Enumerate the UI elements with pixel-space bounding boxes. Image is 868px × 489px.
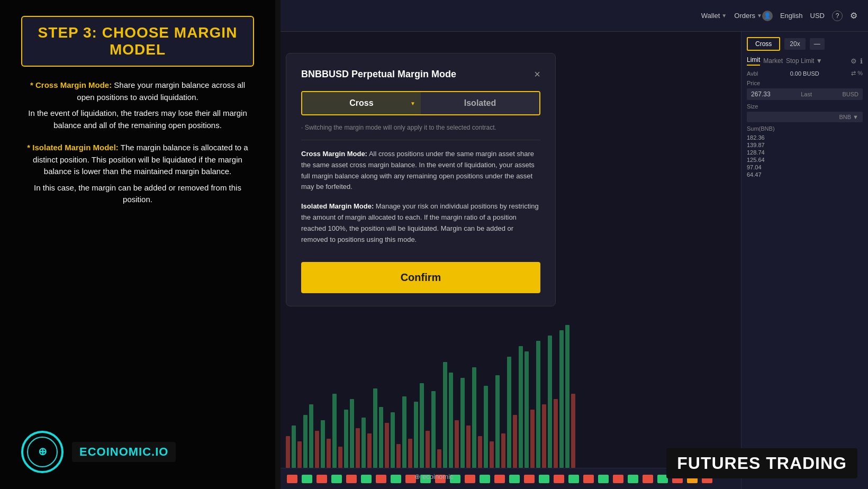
language-selector[interactable]: English: [780, 12, 803, 20]
price-last-label: Last: [801, 91, 812, 97]
candle: [530, 410, 535, 468]
settings-button[interactable]: ⚙: [850, 11, 857, 21]
candle: [536, 341, 540, 468]
candle: [466, 425, 471, 468]
candle: [484, 386, 488, 468]
bar-item-green-3: [361, 475, 372, 483]
bar-item-green-4: [391, 475, 401, 483]
price-unit: BUSD: [842, 91, 858, 97]
cross-margin-title: * Cross Margin Mode:: [30, 80, 112, 89]
header-bar: Wallet ▼ Orders ▼ 👤 English USD ? ⚙: [281, 0, 868, 32]
price-level-5: 97.04: [747, 164, 863, 171]
candle: [559, 330, 564, 468]
candle: [309, 404, 313, 468]
bar-item-red-3: [346, 475, 357, 483]
chart-candles: [281, 309, 741, 468]
candle: [396, 444, 401, 468]
candle: [455, 420, 459, 468]
wallet-chevron-icon: ▼: [721, 13, 727, 19]
confirm-button[interactable]: Confirm: [301, 262, 540, 293]
leverage-button[interactable]: 20x: [784, 38, 805, 50]
modal-header: BNBBUSD Perpetual Margin Mode ×: [301, 68, 540, 80]
candle: [402, 396, 406, 468]
orders-menu[interactable]: Orders ▼: [734, 12, 762, 20]
candle: [437, 449, 441, 468]
candle: [449, 373, 453, 468]
candle: [292, 425, 296, 468]
order-settings-icon[interactable]: ⚙: [851, 57, 857, 65]
currency-selector[interactable]: USD: [810, 12, 825, 20]
candle: [513, 415, 517, 468]
price-value: 267.33: [751, 90, 771, 98]
bar-item-green-12: [628, 475, 638, 483]
user-avatar[interactable]: 👤: [762, 11, 773, 21]
isolated-margin-modal-desc: Isolated Margin Mode: Manage your risk o…: [301, 201, 540, 245]
modal-close-button[interactable]: ×: [534, 68, 540, 80]
svg-text:⊕: ⊕: [38, 446, 47, 457]
candle: [542, 404, 546, 468]
modal-note: · Switching the margin mode will only ap…: [301, 124, 540, 140]
candle: [472, 367, 476, 468]
avbl-label: Avbl: [747, 70, 758, 77]
transfer-icon[interactable]: ⇄ %: [851, 70, 863, 77]
isolated-desc-title: Isolated Margin Mode:: [301, 202, 374, 210]
bar-item-red-10: [554, 475, 564, 483]
candle: [332, 394, 337, 468]
price-levels-list: 182.36 139.87 128.74 125.64 97.04 64.47: [747, 134, 863, 178]
candle: [571, 394, 575, 468]
bar-item-red-1: [287, 475, 297, 483]
orders-label: Orders: [734, 12, 755, 20]
bar-item-green-7: [480, 475, 490, 483]
dash-button[interactable]: —: [810, 38, 825, 50]
bar-item-green-11: [598, 475, 609, 483]
candle: [356, 428, 360, 468]
candle: [379, 407, 383, 468]
candle: [548, 336, 552, 468]
bar-item-red-11: [583, 475, 594, 483]
order-types-row: Limit Market Stop Limit ▼ ⚙ ℹ: [747, 56, 863, 66]
market-order-tab[interactable]: Market: [763, 57, 783, 65]
candle: [420, 383, 424, 468]
ecoinomic-watermark: ⊕ ecoinomic: [414, 473, 453, 481]
bar-item-red-7: [465, 475, 475, 483]
brand-name: ECOINOMIC.IO: [72, 442, 176, 462]
candle: [361, 418, 366, 468]
candle: [431, 391, 436, 468]
help-button[interactable]: ?: [832, 11, 843, 21]
bar-item-green-8: [509, 475, 520, 483]
price-level-4: 125.64: [747, 156, 863, 164]
bar-item-green-10: [568, 475, 579, 483]
size-chevron-icon: ▼: [853, 114, 858, 120]
candle: [414, 402, 418, 468]
price-input-row: 267.33 Last BUSD: [747, 88, 863, 100]
candle: [373, 388, 377, 468]
candle: [495, 375, 500, 468]
candle: [286, 436, 290, 468]
cross-button[interactable]: Cross: [747, 37, 780, 51]
cross-margin-section: * Cross Margin Mode: Share your margin b…: [21, 79, 254, 131]
isolated-mode-button[interactable]: Isolated: [421, 92, 539, 114]
candle: [344, 410, 348, 468]
gear-icon: ⚙: [850, 11, 857, 20]
bar-item-red-12: [613, 475, 623, 483]
question-icon: ?: [836, 12, 839, 20]
candle: [554, 399, 558, 468]
price-level-1: 182.36: [747, 134, 863, 141]
isolated-margin-section: * Isolated Margin Model: The margin bala…: [21, 142, 254, 206]
logo-area: ⊕ ECOINOMIC.IO: [21, 431, 254, 473]
english-label: English: [780, 12, 803, 20]
candle: [297, 441, 302, 468]
ecoinomic-bottom-text: ⊕ ecoinomic: [414, 473, 453, 481]
isolated-margin-title: * Isolated Margin Model:: [27, 143, 119, 152]
limit-order-tab[interactable]: Limit: [747, 56, 760, 66]
candle: [367, 433, 372, 468]
candle: [565, 325, 569, 468]
candle: [321, 420, 325, 468]
cross-leverage-row: Cross 20x —: [747, 37, 863, 51]
bar-item-red-4: [376, 475, 386, 483]
cross-mode-button[interactable]: Cross: [302, 92, 421, 114]
wallet-menu[interactable]: Wallet ▼: [701, 12, 727, 20]
candle: [408, 439, 412, 468]
order-info-icon[interactable]: ℹ: [860, 57, 863, 65]
stop-limit-order-tab[interactable]: Stop Limit ▼: [786, 57, 822, 65]
